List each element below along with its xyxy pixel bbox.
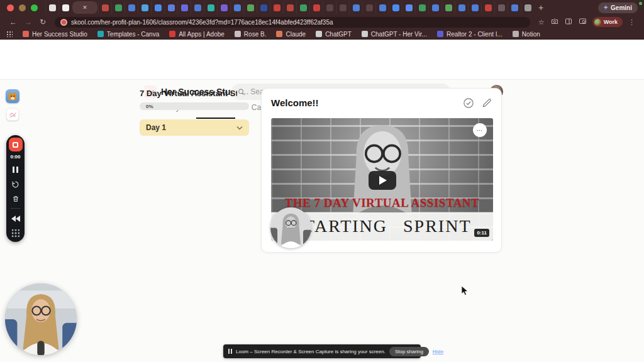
pinned-tab[interactable]: [349, 1, 362, 14]
tab-favicon: [168, 4, 175, 11]
browser-menu-icon[interactable]: ⋮: [625, 18, 638, 26]
bookmark-item[interactable]: Claude: [276, 31, 306, 38]
studio-logo-shortcut[interactable]: [6, 108, 19, 121]
new-tab-button[interactable]: +: [534, 3, 548, 13]
pinned-tab[interactable]: [309, 1, 323, 14]
camera-extension-icon[interactable]: [548, 18, 562, 26]
tab-favicon: [313, 4, 320, 11]
pinned-tab[interactable]: [230, 1, 243, 14]
tab-favicon: [432, 4, 439, 11]
bookmark-label: Realtor 2 - Client I...: [447, 31, 502, 38]
pinned-tab[interactable]: [125, 1, 138, 14]
rewind-icon[interactable]: [11, 214, 20, 223]
split-screen-icon[interactable]: [562, 18, 575, 26]
bookmark-favicon: [437, 31, 443, 37]
address-bar[interactable]: skool.com/her-profit-plan-1606/classroom…: [55, 17, 530, 28]
pinned-tab[interactable]: [375, 1, 389, 14]
pinned-tab[interactable]: [243, 1, 257, 14]
course-section-day1[interactable]: Day 1: [140, 119, 249, 136]
pinned-tab[interactable]: [468, 1, 481, 14]
pinned-tab[interactable]: [323, 1, 336, 14]
pinned-tab[interactable]: [415, 1, 428, 14]
pinned-tab[interactable]: [481, 1, 494, 14]
stop-sharing-button[interactable]: Stop sharing: [389, 347, 429, 356]
pinned-tab[interactable]: [270, 1, 283, 14]
bookmark-star-icon[interactable]: ☆: [535, 18, 548, 26]
pinned-tab[interactable]: [217, 1, 230, 14]
close-window-button[interactable]: [7, 4, 14, 11]
delete-recording-icon[interactable]: [11, 194, 20, 203]
bookmark-item[interactable]: ChatGPT - Her Vir...: [362, 31, 427, 38]
pinned-tab[interactable]: [441, 1, 455, 14]
pinned-tab[interactable]: [296, 1, 309, 14]
play-button[interactable]: [369, 171, 396, 190]
maximize-window-button[interactable]: [31, 4, 38, 11]
screen-share-bar: Loom – Screen Recorder & Screen Capture …: [223, 344, 421, 358]
pinned-tab[interactable]: [283, 1, 296, 14]
url-text: skool.com/her-profit-plan-1606/classroom…: [71, 19, 333, 26]
course-more-icon[interactable]: ⋯: [241, 89, 249, 98]
bookmark-item[interactable]: Her Success Studio: [23, 31, 87, 38]
mouse-cursor: [461, 285, 469, 296]
mark-complete-icon[interactable]: [463, 97, 474, 109]
bookmark-label: Templates - Canva: [107, 31, 159, 38]
tab-favicon: [62, 4, 69, 11]
pinned-tab[interactable]: [362, 1, 375, 14]
bookmark-favicon: [23, 31, 29, 37]
profile-avatar: [594, 19, 601, 26]
tab-favicon: [287, 4, 294, 11]
pinned-tab[interactable]: [58, 1, 72, 14]
pinned-tab[interactable]: [402, 1, 415, 14]
pinned-tab[interactable]: [428, 1, 441, 14]
pinned-tab[interactable]: [98, 1, 111, 14]
back-button[interactable]: ←: [6, 18, 21, 26]
bookmark-item[interactable]: ChatGPT: [316, 31, 352, 38]
restart-recording-icon[interactable]: [11, 180, 20, 189]
pinned-tab[interactable]: [336, 1, 349, 14]
bookmark-item[interactable]: Realtor 2 - Client I...: [437, 31, 502, 38]
pinned-tab[interactable]: [191, 1, 204, 14]
window-controls[interactable]: [0, 4, 45, 11]
pinned-tab[interactable]: [508, 1, 521, 14]
loom-webcam-bubble[interactable]: [5, 283, 77, 355]
bookmark-item[interactable]: Rose B.: [235, 31, 267, 38]
video-overlay-title: THE 7 DAY VIRTUAL ASSISTANT: [271, 196, 493, 210]
forward-button[interactable]: →: [21, 18, 36, 26]
pinned-tab[interactable]: [204, 1, 217, 14]
close-tab-icon[interactable]: ✕: [82, 4, 87, 11]
active-tab[interactable]: ✕: [72, 1, 97, 14]
tab-favicon: [221, 4, 228, 11]
course-title[interactable]: 7 Day Virtual Assistant Start Spri...: [140, 89, 237, 98]
pinned-tab[interactable]: [177, 1, 191, 14]
profile-chip[interactable]: Work: [592, 17, 623, 27]
pinned-tab[interactable]: [521, 1, 534, 14]
tab-favicon: [115, 4, 122, 11]
video-more-icon[interactable]: ⋯: [473, 123, 487, 137]
pinned-tab[interactable]: [164, 1, 177, 14]
bookmark-label: ChatGPT - Her Vir...: [371, 31, 427, 38]
gemini-button[interactable]: ✦ Gemini: [598, 3, 638, 13]
effects-grid-icon[interactable]: [11, 229, 20, 238]
apps-grid-icon[interactable]: [6, 31, 13, 37]
reload-button[interactable]: ↻: [36, 18, 50, 26]
bookmark-item[interactable]: Templates - Canva: [97, 31, 159, 38]
pinned-tab[interactable]: [455, 1, 468, 14]
site-record-icon: [60, 19, 67, 26]
pinned-tab[interactable]: [111, 1, 125, 14]
stop-recording-button[interactable]: [9, 138, 23, 151]
bookmark-label: Rose B.: [244, 31, 267, 38]
pinned-tab[interactable]: [151, 1, 164, 14]
minimize-window-button[interactable]: [19, 4, 26, 11]
cat-extension-icon[interactable]: [6, 89, 19, 103]
hide-share-bar-link[interactable]: Hide: [433, 349, 443, 354]
pinned-tab[interactable]: [45, 1, 58, 14]
pause-recording-icon[interactable]: [11, 165, 20, 174]
tab-search-icon[interactable]: [575, 18, 590, 26]
bookmark-item[interactable]: Notion: [513, 31, 540, 38]
pinned-tab[interactable]: [389, 1, 402, 14]
pinned-tab[interactable]: [257, 1, 270, 14]
pinned-tab[interactable]: [494, 1, 508, 14]
bookmark-item[interactable]: All Apps | Adobe: [169, 31, 225, 38]
pinned-tab[interactable]: [138, 1, 151, 14]
edit-pencil-icon[interactable]: [481, 97, 492, 109]
